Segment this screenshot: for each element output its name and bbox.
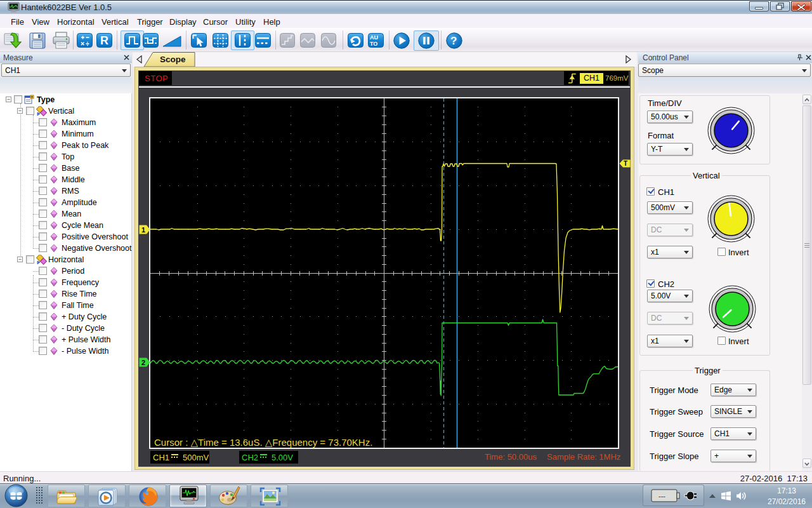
svg-text:?: ? <box>450 35 457 47</box>
svg-text:2: 2 <box>141 359 145 366</box>
svg-text:Scope: Scope <box>160 55 186 64</box>
svg-text:T: T <box>624 160 627 167</box>
svg-text:TO: TO <box>370 41 377 47</box>
svg-text:---: --- <box>658 492 665 500</box>
svg-text:AU: AU <box>370 34 378 41</box>
svg-text:R: R <box>100 34 108 47</box>
svg-text:1: 1 <box>141 226 145 234</box>
